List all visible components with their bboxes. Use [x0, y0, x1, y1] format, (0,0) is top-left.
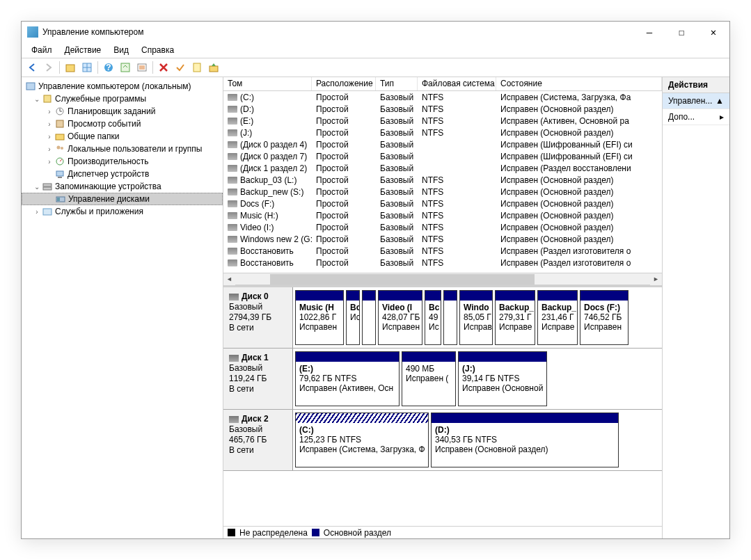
disk-info[interactable]: Диск 1Базовый119,24 ГБВ сети — [223, 349, 293, 409]
tree-users-groups[interactable]: ›Локальные пользователи и группы — [22, 143, 223, 155]
partition[interactable]: (D:)340,53 ГБ NTFSИсправен (Основной раз… — [431, 413, 619, 467]
col-status[interactable]: Состояние — [496, 77, 662, 90]
menu-help[interactable]: Справка — [136, 44, 180, 56]
partition[interactable] — [362, 290, 376, 345]
partitions: (E:)79,62 ГБ NTFSИсправен (Активен, Осн4… — [293, 349, 662, 409]
tree-performance[interactable]: ›Производительность — [22, 155, 223, 168]
volume-row[interactable]: Docs (F:)ПростойБазовыйNTFSИсправен (Осн… — [223, 198, 662, 209]
drive-icon — [228, 236, 237, 243]
volume-row[interactable]: Backup_new (S:)ПростойБазовыйNTFSИсправе… — [223, 186, 662, 198]
forward-icon[interactable] — [41, 60, 56, 75]
partition[interactable] — [443, 290, 457, 345]
collapse-icon[interactable]: ⌄ — [33, 183, 41, 191]
disk-info[interactable]: Диск 0Базовый2794,39 ГБВ сети — [223, 287, 293, 348]
drive-icon — [228, 94, 237, 101]
action-icon[interactable] — [206, 60, 221, 75]
col-type[interactable]: Тип — [376, 77, 418, 90]
check-icon[interactable] — [173, 60, 188, 75]
volume-row[interactable]: ВосстановитьПростойБазовыйNTFSИсправен (… — [223, 245, 662, 257]
volume-row[interactable]: (D:)ПростойБазовыйNTFSИсправен (Основной… — [223, 103, 662, 115]
volume-row[interactable]: (E:)ПростойБазовыйNTFSИсправен (Активен,… — [223, 115, 662, 127]
tree-storage[interactable]: ⌄Запоминающие устройства — [22, 180, 223, 193]
action-item-more[interactable]: Допо...▸ — [663, 109, 729, 125]
tree-panel: Управление компьютером (локальным) ⌄Служ… — [22, 77, 223, 538]
tree-device-manager[interactable]: Диспетчер устройств — [22, 168, 223, 180]
volume-row[interactable]: (Диск 0 раздел 7)ПростойБазовыйИсправен … — [223, 150, 662, 162]
drive-icon — [228, 129, 237, 136]
expand-icon[interactable]: › — [45, 108, 54, 115]
scroll-thumb[interactable] — [270, 274, 535, 285]
refresh-icon[interactable] — [118, 60, 133, 75]
collapse-icon[interactable]: ⌄ — [33, 95, 41, 103]
expand-icon[interactable]: › — [45, 145, 54, 153]
tree-utilities[interactable]: ⌄Служебные программы — [22, 93, 223, 105]
volume-row[interactable]: Backup_03 (L:)ПростойБазовыйNTFSИсправен… — [223, 174, 662, 186]
note-icon[interactable] — [189, 60, 205, 75]
menu-file[interactable]: Файл — [26, 44, 58, 56]
tree-disk-management[interactable]: Управление дисками — [22, 193, 223, 205]
partition[interactable]: 490 МБИсправен ( — [402, 351, 456, 406]
expand-icon[interactable]: › — [33, 208, 41, 216]
partition[interactable]: Music (H1022,86 ГИсправен — [295, 290, 344, 345]
col-layout[interactable]: Расположение — [312, 77, 376, 90]
volume-row[interactable]: Music (H:)ПростойБазовыйNTFSИсправен (Ос… — [223, 209, 662, 221]
partition[interactable]: (C:)125,23 ГБ NTFSИсправен (Система, Заг… — [295, 413, 429, 467]
list-icon[interactable] — [134, 60, 150, 75]
volume-row[interactable]: Windows new 2 (G:)ПростойБазовыйNTFSИспр… — [223, 233, 662, 245]
delete-icon[interactable] — [156, 60, 171, 75]
partitions: Music (H1022,86 ГИсправенВсИсVideo (I428… — [293, 287, 662, 348]
menu-action[interactable]: Действие — [59, 44, 107, 56]
disk-info[interactable]: Диск 2Базовый465,76 ГБВ сети — [223, 410, 293, 470]
partition[interactable]: (J:)39,14 ГБ NTFSИсправен (Основной — [458, 351, 547, 406]
tree-task-scheduler[interactable]: ›Планировщик заданий — [22, 105, 223, 118]
help-icon[interactable]: ? — [101, 60, 116, 75]
expand-icon[interactable]: › — [45, 133, 54, 141]
svg-rect-26 — [43, 187, 52, 190]
partition[interactable]: Video (I428,07 ГБИсправен — [378, 290, 422, 345]
svg-rect-19 — [56, 134, 64, 140]
volume-row[interactable]: (J:)ПростойБазовыйNTFSИсправен (Основной… — [223, 127, 662, 138]
partitions: (C:)125,23 ГБ NTFSИсправен (Система, Заг… — [293, 410, 662, 470]
volume-rows[interactable]: (C:)ПростойБазовыйNTFSИсправен (Система,… — [223, 91, 662, 273]
volume-row[interactable]: Video (I:)ПростойБазовыйNTFSИсправен (Ос… — [223, 221, 662, 233]
expand-icon[interactable]: › — [45, 120, 54, 128]
partition[interactable]: Вс49Ис — [425, 290, 441, 345]
app-icon — [27, 26, 38, 38]
drive-icon — [228, 248, 237, 255]
action-item-manage[interactable]: Управлен...▲ — [663, 93, 729, 109]
partition[interactable]: Backup_279,31 ГИсправе — [495, 290, 535, 345]
partition-stripe — [425, 291, 441, 301]
col-volume[interactable]: Том — [223, 77, 312, 90]
tree-event-viewer[interactable]: ›Просмотр событий — [22, 118, 223, 130]
partition[interactable]: ВсИс — [346, 290, 360, 345]
tree-services[interactable]: ›Службы и приложения — [22, 205, 223, 218]
partition[interactable]: Docs (F:)746,52 ГБИсправен — [580, 290, 629, 345]
drive-icon — [228, 141, 237, 148]
scroll-left-icon[interactable]: ◄ — [223, 273, 235, 285]
volume-row[interactable]: (C:)ПростойБазовыйNTFSИсправен (Система,… — [223, 91, 662, 103]
volume-row[interactable]: ВосстановитьПростойБазовыйNTFSИсправен (… — [223, 257, 662, 269]
up-icon[interactable] — [63, 60, 78, 75]
volume-row[interactable]: (Диск 0 раздел 4)ПростойБазовыйИсправен … — [223, 138, 662, 150]
partition[interactable]: (E:)79,62 ГБ NTFSИсправен (Активен, Осн — [295, 351, 400, 406]
menu-view[interactable]: Вид — [108, 44, 134, 56]
properties-icon[interactable] — [79, 60, 95, 75]
svg-rect-28 — [57, 198, 60, 201]
volume-list: Том Расположение Тип Файловая система Со… — [223, 77, 662, 287]
svg-rect-23 — [56, 171, 63, 176]
tree-shared-folders[interactable]: ›Общие папки — [22, 130, 223, 143]
tree-root[interactable]: Управление компьютером (локальным) — [22, 80, 223, 93]
partition[interactable]: Backup_231,46 ГИсправе — [537, 290, 578, 345]
expand-icon[interactable]: › — [45, 158, 54, 166]
scroll-right-icon[interactable]: ► — [650, 273, 662, 285]
close-button[interactable]: ✕ — [697, 22, 729, 42]
partition[interactable]: Windo85,05 ГИсправ — [459, 290, 493, 345]
h-scrollbar[interactable]: ◄ ► — [223, 273, 662, 285]
maximize-button[interactable]: ☐ — [665, 22, 697, 42]
col-fs[interactable]: Файловая система — [418, 77, 496, 90]
back-icon[interactable] — [24, 60, 40, 75]
volume-row[interactable]: (Диск 1 раздел 2)ПростойБазовыйИсправен … — [223, 162, 662, 174]
titlebar: Управление компьютером — ☐ ✕ — [22, 22, 729, 42]
disk-row: Диск 2Базовый465,76 ГБВ сети(C:)125,23 Г… — [223, 410, 662, 471]
minimize-button[interactable]: — — [633, 22, 665, 42]
